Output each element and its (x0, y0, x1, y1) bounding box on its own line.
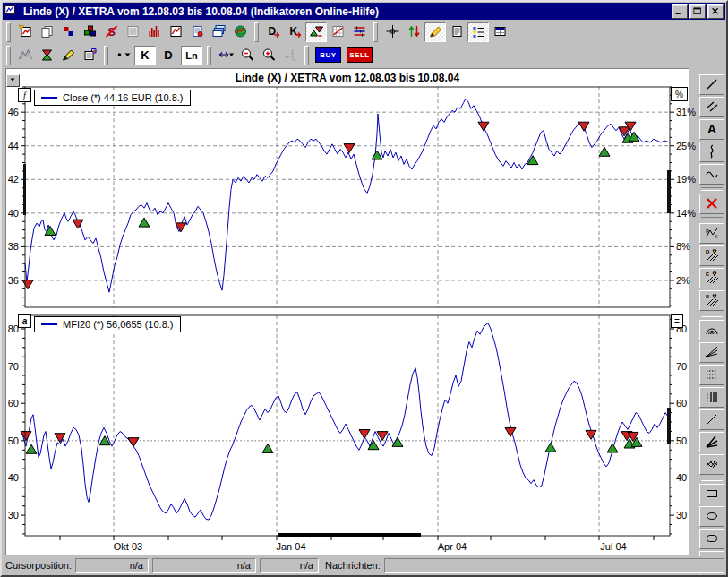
mountains-icon (18, 47, 33, 64)
toolbar-grip (104, 46, 108, 65)
trendline-icon (705, 77, 719, 93)
width-dd-button[interactable] (215, 46, 236, 65)
pane-scroll-button[interactable] (6, 74, 20, 87)
cards-button[interactable] (208, 22, 229, 42)
table-button[interactable] (489, 22, 510, 42)
crosshair-button[interactable] (381, 22, 403, 42)
minimize-button[interactable] (672, 4, 688, 19)
cards-icon (211, 24, 227, 40)
report-button[interactable] (186, 22, 208, 42)
hatch-pencil-d-button[interactable]: D (699, 245, 724, 266)
text-tool-button[interactable]: A (699, 119, 724, 140)
svg-text:R: R (706, 228, 709, 234)
k-chart-button[interactable]: K (134, 46, 156, 65)
copy-button[interactable] (36, 22, 57, 42)
histogram-icon (147, 24, 162, 40)
ln-scale-button[interactable]: Ln (181, 46, 202, 65)
panel2-scale-box-right[interactable]: = (671, 314, 683, 328)
roundrect-outline-button[interactable] (699, 529, 724, 549)
sell-button[interactable]: SELL (347, 47, 373, 63)
zoom-in-button[interactable] (258, 46, 279, 65)
globe-chart-icon (233, 24, 248, 40)
k-arrow-button[interactable]: K (284, 22, 305, 42)
histogram-button[interactable] (143, 22, 165, 42)
chart-area[interactable] (5, 68, 689, 555)
arrows-ud-button[interactable] (403, 22, 424, 42)
copy-icon (39, 24, 55, 40)
squiggle-button[interactable] (699, 142, 724, 162)
title-bar[interactable]: Linde (X) / XETRA vom 12.08.03 bis 10.08… (3, 3, 725, 20)
table-text-button[interactable] (122, 22, 143, 42)
d-arrow-button[interactable]: D (262, 22, 284, 42)
d-chart-button[interactable]: D (158, 46, 179, 65)
squiggle-icon (705, 144, 719, 160)
svg-text:A: A (707, 122, 715, 136)
fan-lines-icon (705, 345, 719, 361)
new-chart-button[interactable] (14, 22, 36, 42)
tri-updown-button[interactable] (305, 22, 327, 42)
toolbar-separator (701, 478, 723, 481)
chart-title: Linde (X) / XETRA vom 12.08.03 bis 10.08… (25, 72, 670, 84)
panel1-scale-box-right[interactable]: % (671, 87, 688, 101)
table-icon (492, 24, 508, 40)
axis-shift-icon (283, 47, 298, 64)
pencil-button[interactable] (424, 22, 446, 42)
diagonal-icon (705, 412, 719, 428)
properties-button[interactable] (79, 46, 100, 65)
wave-button[interactable] (699, 164, 724, 185)
ellipse-outline-icon (705, 509, 719, 525)
doc-button[interactable] (446, 22, 467, 42)
panel2-scale-box-left[interactable]: a (18, 314, 31, 328)
arcs-icon (705, 323, 719, 339)
zigzag-rk-button[interactable]: RK (699, 223, 724, 244)
axis-shift-button[interactable] (279, 46, 301, 65)
delete-red-x-button[interactable] (699, 194, 724, 214)
window-title: Linde (X) / XETRA vom 12.08.03 bis 10.08… (23, 5, 670, 18)
pen-button[interactable] (57, 46, 79, 65)
no-s-button[interactable]: S (100, 22, 122, 42)
vbars-button[interactable] (699, 387, 724, 408)
squares3-button[interactable] (79, 22, 100, 42)
chart-grid-button[interactable] (327, 22, 348, 42)
drawing-toolbar: ARKDE (698, 73, 725, 577)
parallel-lines-button[interactable] (699, 97, 724, 117)
squares2-button[interactable] (57, 22, 79, 42)
panel1-scale-box-left[interactable]: f (18, 88, 31, 102)
line-chart-button[interactable] (165, 22, 186, 42)
text-tool-icon: A (705, 122, 719, 138)
tri-updown2-button[interactable] (36, 46, 57, 65)
list-button[interactable] (467, 22, 489, 42)
toolbar-grip (6, 22, 11, 42)
toolbar-separator (701, 187, 723, 191)
toolbar-separator (701, 314, 723, 317)
rect-outline-icon (705, 487, 719, 503)
vbars-icon (705, 390, 719, 406)
diagonal-button[interactable] (699, 409, 724, 430)
fan-bold-button[interactable] (699, 432, 724, 452)
globe-chart-button[interactable] (229, 22, 251, 42)
crosshatch-button[interactable] (699, 454, 724, 475)
d-arrow-icon: D (266, 24, 281, 40)
hatch-pencil-lines-icon (705, 293, 719, 309)
tri-updown2-icon (39, 47, 55, 64)
buy-button[interactable]: BUY (315, 47, 341, 63)
maximize-button[interactable] (689, 4, 706, 19)
indicator-legend[interactable]: MFI20 (*) 56,0655 (10.8.) (34, 316, 181, 332)
hlines-button[interactable] (348, 22, 370, 42)
rect-outline-button[interactable] (699, 484, 724, 504)
mountains-button[interactable] (14, 46, 36, 65)
crosshair-icon (385, 24, 400, 40)
dot-dd-button[interactable] (112, 46, 133, 65)
svg-text:D: D (268, 25, 276, 38)
zoom-out-button[interactable] (236, 46, 258, 65)
hatch-pencil-e-button[interactable]: E (699, 268, 724, 288)
dotted-hlines-button[interactable] (699, 365, 724, 385)
arcs-button[interactable] (699, 320, 724, 340)
close-button[interactable] (707, 4, 724, 19)
hatch-pencil-lines-button[interactable] (699, 290, 724, 311)
trendline-button[interactable] (699, 74, 724, 95)
fan-lines-button[interactable] (699, 342, 724, 363)
ellipse-outline-button[interactable] (699, 506, 724, 527)
zoom-out-icon (240, 47, 255, 64)
price-legend[interactable]: Close (*) 44,16 EUR (10.8.) (34, 90, 191, 106)
